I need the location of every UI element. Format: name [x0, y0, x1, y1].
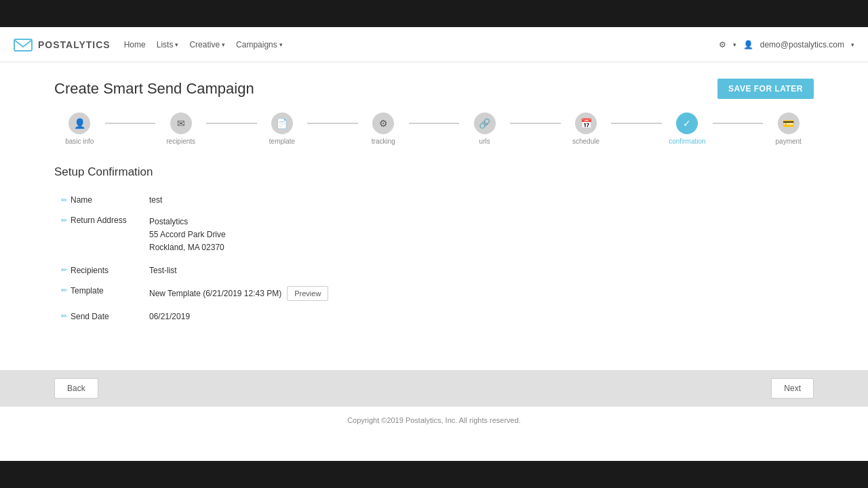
- creative-chevron-icon: ▾: [222, 41, 225, 48]
- section-title: Setup Confirmation: [54, 165, 814, 179]
- template-field-label: ✏ Template: [61, 286, 136, 296]
- next-button[interactable]: Next: [771, 378, 814, 399]
- nav-links: Home Lists ▾ Creative ▾ Campaigns ▾: [124, 40, 283, 49]
- connector-4: [409, 123, 460, 124]
- lists-chevron-icon: ▾: [175, 41, 178, 48]
- table-row: ✏ Send Date 06/21/2019: [54, 306, 814, 327]
- step-label-tracking: tracking: [372, 138, 395, 145]
- brand-name: POSTALYTICS: [38, 39, 111, 50]
- bottom-bar: Back Next: [0, 370, 868, 407]
- step-recipients: ✉ recipients: [155, 113, 206, 145]
- address-line-1: Postalytics: [149, 216, 807, 228]
- connector-2: [206, 123, 257, 124]
- svg-rect-0: [14, 39, 32, 51]
- step-label-basic-info: basic info: [65, 138, 94, 145]
- step-circle-basic-info: 👤: [68, 113, 90, 134]
- name-field-label: ✏ Name: [61, 195, 136, 205]
- step-icon-template: 📄: [276, 118, 288, 129]
- footer-text: Copyright ©2019 Postalytics, Inc. All ri…: [347, 416, 521, 424]
- settings-icon[interactable]: ⚙: [719, 40, 726, 49]
- step-icon-confirmation: ✓: [683, 118, 691, 129]
- connector-5: [510, 123, 561, 124]
- table-row: ✏ Name test: [54, 190, 814, 210]
- send-date-field-label: ✏ Send Date: [61, 312, 136, 321]
- edit-icon-name[interactable]: ✏: [61, 196, 67, 205]
- edit-icon-return-address[interactable]: ✏: [61, 216, 67, 225]
- address-line-2: 55 Accord Park Drive: [149, 228, 807, 241]
- back-button[interactable]: Back: [54, 378, 98, 399]
- nav-campaigns[interactable]: Campaigns ▾: [236, 40, 283, 49]
- step-icon-urls: 🔗: [479, 118, 490, 129]
- table-row: ✏ Return Address Postalytics 55 Accord P…: [54, 210, 814, 260]
- step-label-confirmation: confirmation: [669, 138, 705, 145]
- step-urls: 🔗 urls: [459, 113, 510, 145]
- navbar-right: ⚙ ▾ 👤 demo@postalytics.com ▾: [719, 40, 854, 49]
- table-row: ✏ Template New Template (6/21/2019 12:43…: [54, 281, 814, 306]
- address-line-3: Rockland, MA 02370: [149, 241, 807, 254]
- steps-progress: 👤 basic info ✉ recipients 📄 template: [54, 113, 814, 145]
- user-email[interactable]: demo@postalytics.com: [760, 40, 844, 49]
- step-circle-schedule: 📅: [575, 113, 597, 134]
- return-address-field-label: ✏ Return Address: [61, 216, 136, 225]
- step-tracking: ⚙ tracking: [358, 113, 409, 145]
- step-icon-recipients: ✉: [177, 118, 185, 129]
- navbar: POSTALYTICS Home Lists ▾ Creative ▾ Camp…: [0, 27, 868, 62]
- connector-1: [105, 123, 156, 124]
- step-label-payment: payment: [776, 138, 802, 145]
- step-circle-tracking: ⚙: [372, 113, 394, 134]
- return-address-value: Postalytics 55 Accord Park Drive Rocklan…: [149, 216, 807, 255]
- nav-lists[interactable]: Lists ▾: [157, 40, 179, 49]
- step-circle-recipients: ✉: [170, 113, 192, 134]
- step-schedule: 📅 schedule: [561, 113, 612, 145]
- template-value-cell: New Template (6/21/2019 12:43 PM) Previe…: [149, 286, 807, 301]
- step-circle-template: 📄: [271, 113, 293, 134]
- preview-button[interactable]: Preview: [287, 286, 328, 301]
- logo: POSTALYTICS: [14, 35, 111, 54]
- step-template: 📄 template: [257, 113, 308, 145]
- nav-creative[interactable]: Creative ▾: [189, 40, 225, 49]
- step-icon-payment: 💳: [783, 118, 794, 129]
- step-circle-payment: 💳: [778, 113, 800, 134]
- step-icon-tracking: ⚙: [379, 118, 388, 129]
- footer: Copyright ©2019 Postalytics, Inc. All ri…: [0, 407, 868, 434]
- table-row: ✏ Recipients Test-list: [54, 260, 814, 281]
- user-chevron-icon: ▾: [851, 41, 854, 48]
- confirmation-table: ✏ Name test ✏ Return Address: [54, 190, 814, 327]
- connector-3: [307, 123, 358, 124]
- edit-icon-recipients[interactable]: ✏: [61, 266, 67, 274]
- campaigns-chevron-icon: ▾: [279, 41, 283, 48]
- step-confirmation: ✓ confirmation: [662, 113, 713, 145]
- page-title: Create Smart Send Campaign: [54, 80, 254, 98]
- name-value: test: [149, 195, 162, 205]
- step-basic-info: 👤 basic info: [54, 113, 105, 145]
- nav-home[interactable]: Home: [124, 40, 146, 49]
- connector-7: [713, 123, 764, 124]
- user-icon: 👤: [743, 40, 753, 49]
- step-icon-schedule: 📅: [580, 118, 592, 129]
- step-circle-urls: 🔗: [474, 113, 496, 134]
- step-icon-basic-info: 👤: [74, 118, 85, 129]
- step-label-schedule: schedule: [572, 138, 599, 145]
- navbar-left: POSTALYTICS Home Lists ▾ Creative ▾ Camp…: [14, 35, 283, 54]
- edit-icon-template[interactable]: ✏: [61, 286, 67, 295]
- step-label-recipients: recipients: [166, 138, 195, 145]
- connector-6: [611, 123, 662, 124]
- step-label-template: template: [269, 138, 295, 145]
- logo-icon: [14, 35, 33, 54]
- template-value: New Template (6/21/2019 12:43 PM): [149, 289, 281, 298]
- step-payment: 💳 payment: [763, 113, 814, 145]
- page-content: Create Smart Send Campaign SAVE FOR LATE…: [0, 62, 868, 343]
- recipients-value: Test-list: [149, 266, 177, 275]
- send-date-value: 06/21/2019: [149, 312, 190, 321]
- step-circle-confirmation: ✓: [676, 113, 698, 134]
- save-for-later-button[interactable]: SAVE FOR LATER: [717, 79, 814, 99]
- settings-chevron-icon: ▾: [733, 41, 736, 48]
- page-header: Create Smart Send Campaign SAVE FOR LATE…: [54, 79, 814, 99]
- recipients-field-label: ✏ Recipients: [61, 266, 136, 275]
- edit-icon-send-date[interactable]: ✏: [61, 312, 67, 321]
- step-label-urls: urls: [479, 138, 490, 145]
